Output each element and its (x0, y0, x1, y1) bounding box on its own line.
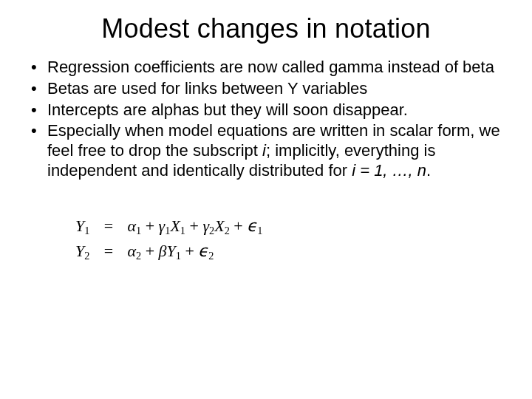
list-item: Betas are used for links between Y varia… (24, 79, 508, 99)
equation-block: Y1 = α1 + γ1X1 + γ2X2 + ϵ1 Y2 = α2 + βY1… (75, 216, 508, 262)
list-item: Especially when model equations are writ… (24, 121, 508, 180)
bullet-list: Regression coefficients are now called g… (24, 58, 508, 181)
list-item: Regression coefficients are now called g… (24, 58, 508, 78)
equation-row-1: Y1 = α1 + γ1X1 + γ2X2 + ϵ1 (75, 216, 508, 237)
slide-title: Modest changes in notation (24, 13, 508, 44)
equation-row-2: Y2 = α2 + βY1 + ϵ2 (75, 242, 508, 262)
list-item: Intercepts are alphas but they will soon… (24, 100, 508, 120)
